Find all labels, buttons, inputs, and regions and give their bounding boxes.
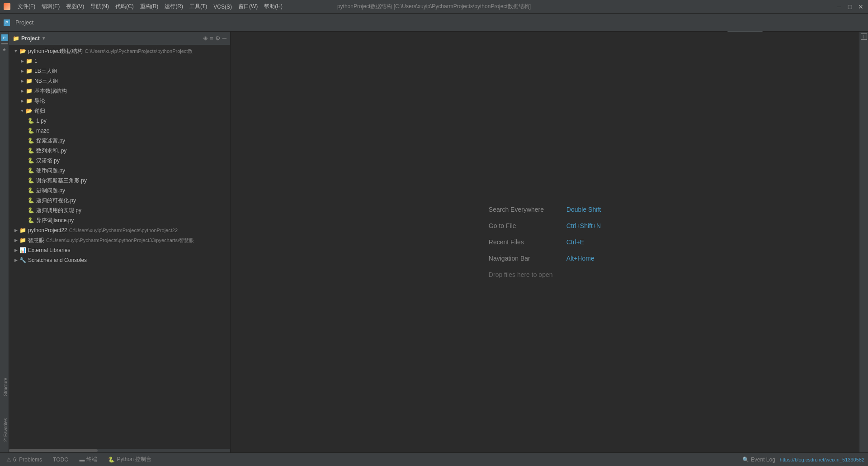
folder-basic[interactable]: ▶ 📁 基本数据结构 [9, 86, 230, 96]
external-arrow: ▶ [13, 247, 19, 253]
terminal-item[interactable]: ▬ 终端 [76, 455, 100, 464]
file-impl[interactable]: 🐍 递归调用的实现.py [9, 205, 230, 215]
file-maze-icon: 🐍 [27, 127, 34, 134]
statusbar: ⚠ 6: Problems TODO ▬ 终端 🐍 Python 控制台 🔍 E… [0, 452, 868, 466]
hide-panel-icon[interactable]: ─ [222, 35, 226, 42]
project-header-actions: ⊕ ≡ ⚙ ─ [203, 35, 226, 42]
folder-1-label: 1 [34, 58, 38, 64]
goto-file-row: Go to File Ctrl+Shift+N [489, 222, 601, 229]
file-sequence-label: 数列求和..py [36, 147, 66, 155]
problems-label: 6: Problems [13, 456, 42, 463]
titlebar-controls: ─ □ ✕ [835, 3, 864, 10]
search-everywhere-shortcut[interactable]: Double Shift [566, 206, 601, 213]
file-1py[interactable]: 🐍 1.py [9, 116, 230, 126]
todo-item[interactable]: TODO [50, 456, 71, 464]
file-visual[interactable]: 🐍 递归的可视化.py [9, 195, 230, 205]
file-explore-maze[interactable]: 🐍 探索迷宫.py [9, 136, 230, 146]
folder-1-icon: 📁 [25, 57, 33, 65]
file-maze-label: maze [36, 128, 49, 134]
goto-file-label: Go to File [489, 222, 561, 229]
menu-vcs[interactable]: VCS(S) [211, 3, 235, 11]
file-sierpinski[interactable]: 🐍 谢尔宾斯基三角形.py [9, 176, 230, 185]
recent-files-shortcut[interactable]: Ctrl+E [566, 238, 584, 246]
project-icon: P [4, 19, 10, 26]
file-tree: ▼ 📂 pythonProject数据结构 C:\Users\xuyip\Pyc… [9, 45, 230, 449]
scratches-label: Scratches and Consoles [28, 257, 87, 263]
file-visual-label: 递归的可视化.py [36, 197, 76, 204]
file-hanoi[interactable]: 🐍 汉诺塔.py [9, 156, 230, 166]
scratches-and-consoles[interactable]: ▶ 🔧 Scratches and Consoles [9, 255, 230, 265]
file-maze[interactable]: 🐍 maze [9, 126, 230, 136]
python-console-item[interactable]: 🐍 Python 控制台 [105, 455, 154, 464]
drop-files-row: Drop files here to open [489, 271, 601, 278]
goto-file-shortcut[interactable]: Ctrl+Shift+N [566, 222, 601, 229]
folder-lb-icon: 📁 [25, 67, 33, 75]
right-panel-toggle[interactable]: ⟩ [861, 33, 867, 40]
recent-files-label: Recent Files [489, 238, 561, 246]
project-zhihui[interactable]: ▶ 📁 智慧眼 C:\Users\xuyip\PycharmProjects\p… [9, 235, 230, 245]
file-1py-icon: 🐍 [27, 117, 34, 124]
folder-nb-icon: 📁 [25, 77, 33, 85]
folder-recursion-icon: 📂 [25, 107, 33, 114]
file-anagram[interactable]: 🐍 异序词jiance.py [9, 215, 230, 225]
navigation-bar-label: Navigation Bar [489, 255, 561, 262]
project-title: Project [21, 35, 40, 42]
problems-item[interactable]: ⚠ 6: Problems [4, 456, 45, 464]
close-button[interactable]: ✕ [857, 3, 864, 10]
file-coin[interactable]: 🐍 硬币问题.py [9, 166, 230, 176]
expand-all-icon[interactable]: ≡ [210, 35, 213, 42]
maximize-button[interactable]: □ [846, 3, 854, 10]
structure-tab[interactable]: Structure [0, 376, 9, 398]
file-coin-icon: 🐍 [27, 167, 34, 174]
file-base-icon: 🐍 [27, 187, 34, 194]
event-log-label: Event Log [751, 456, 775, 463]
project-22-arrow: ▶ [13, 227, 19, 233]
right-sidebar: ⟩ [859, 32, 868, 452]
recent-files-row: Recent Files Ctrl+E [489, 238, 601, 246]
menu-file[interactable]: 文件(F) [15, 2, 38, 11]
menu-edit[interactable]: 编辑(E) [39, 2, 62, 11]
menu-help[interactable]: 帮助(H) [261, 2, 285, 11]
menu-refactor[interactable]: 重构(R) [137, 2, 161, 11]
navigation-bar-shortcut[interactable]: Alt+Home [566, 255, 594, 262]
menu-run[interactable]: 运行(R) [162, 2, 186, 11]
bookmark-icon[interactable]: ★ [2, 47, 6, 52]
folder-nb[interactable]: ▶ 📁 NB三人组 [9, 76, 230, 86]
search-everywhere-row: Search Everywhere Double Shift [489, 206, 601, 213]
menu-code[interactable]: 代码(C) [113, 2, 137, 11]
project-arrow[interactable]: ▼ [42, 36, 46, 41]
external-libraries[interactable]: ▶ 📊 External Libraries [9, 245, 230, 255]
menu-navigate[interactable]: 导航(N) [88, 2, 112, 11]
file-impl-label: 递归调用的实现.py [36, 207, 81, 214]
file-explore-icon: 🐍 [27, 137, 34, 144]
welcome-panel: Search Everywhere Double Shift Go to Fil… [471, 188, 619, 296]
file-sequence[interactable]: 🐍 数列求和..py [9, 146, 230, 156]
python-label: Python 控制台 [117, 456, 151, 463]
file-base[interactable]: 🐍 进制问题.py [9, 185, 230, 195]
project-nav-icon[interactable]: P [1, 34, 8, 41]
statusbar-left: ⚠ 6: Problems TODO ▬ 终端 🐍 Python 控制台 [4, 455, 154, 464]
collapse-all-icon[interactable]: ⊕ [203, 35, 208, 42]
folder-intro[interactable]: ▶ 📁 导论 [9, 96, 230, 106]
favorites-tab[interactable]: 2: Favorites [0, 416, 9, 443]
folder-icon: 📁 [13, 35, 19, 42]
menu-window[interactable]: 窗口(W) [236, 2, 260, 11]
settings-icon[interactable]: ⚙ [215, 35, 221, 42]
root-path: C:\Users\xuyip\PycharmProjects\pythonPro… [85, 48, 193, 55]
minimize-button[interactable]: ─ [835, 3, 843, 10]
root-arrow: ▼ [13, 48, 19, 54]
divider-1 [1, 43, 8, 44]
scratches-arrow: ▶ [13, 257, 19, 263]
project-zhihui-label: 智慧眼 [28, 237, 44, 244]
tree-root[interactable]: ▼ 📂 pythonProject数据结构 C:\Users\xuyip\Pyc… [9, 46, 230, 56]
folder-1[interactable]: ▶ 📁 1 [9, 56, 230, 66]
editor-area: Search Everywhere Double Shift Go to Fil… [231, 32, 859, 452]
main-toolbar: P Project 未命名 ▼ ▶ 🐛 ▶ ⏱ ↻ ■ 译 🔍 [0, 14, 868, 32]
event-log-item[interactable]: 🔍 Event Log [740, 456, 778, 464]
folder-recursion[interactable]: ▼ 📂 递归 [9, 106, 230, 116]
menu-view[interactable]: 视图(V) [63, 2, 87, 11]
tree-scrollbar[interactable] [9, 449, 230, 452]
folder-lb[interactable]: ▶ 📁 LB三人组 [9, 66, 230, 76]
menu-tools[interactable]: 工具(T) [187, 2, 210, 11]
project-22[interactable]: ▶ 📁 pythonProject22 C:\Users\xuyip\Pycha… [9, 225, 230, 235]
